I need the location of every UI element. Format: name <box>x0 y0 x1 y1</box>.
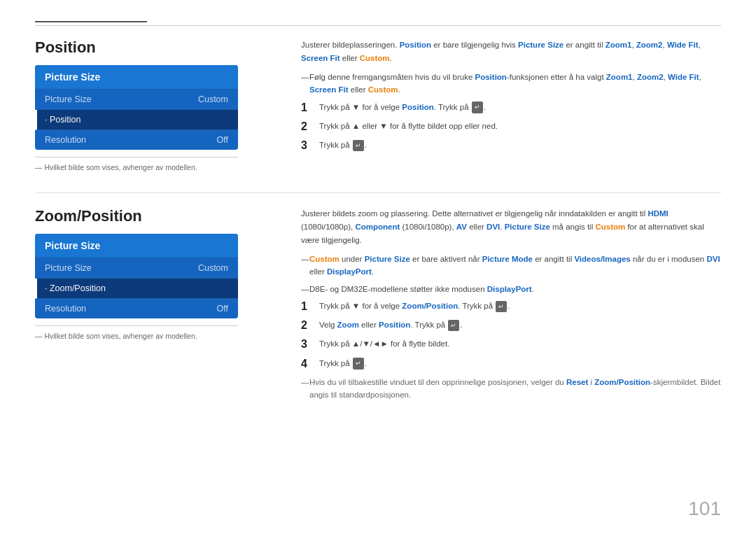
zpn2-displayport: DisplayPort <box>487 285 532 293</box>
pos-desc-screenfit: Screen Fit <box>301 54 340 62</box>
zp-desc-dvi: DVI <box>486 223 500 231</box>
top-rules <box>35 21 721 26</box>
position-step-1: 1 Trykk på ▼ for å velge Position. Trykk… <box>301 101 721 114</box>
zps1-zoompos: Zoom/Position <box>402 302 458 310</box>
zoom-pos-step-3-text: Trykk på ▲/▼/◄► for å flytte bildet. <box>319 337 721 351</box>
ps1-pos: Position <box>402 103 433 111</box>
zpn1-videos: Videos/Images <box>574 255 630 263</box>
pos-note-position: Position <box>475 73 507 81</box>
pos-desc-picturesize: Picture Size <box>518 41 564 49</box>
zoom-pos-step-1: 1 Trykk på ▼ for å velge Zoom/Position. … <box>301 300 721 313</box>
zp-desc-component: Component <box>355 223 400 231</box>
position-menu-header: Picture Size <box>35 65 238 90</box>
position-step-3-num: 3 <box>301 139 314 152</box>
zoom-pos-row-zoom-position-label: · Zoom/Position <box>45 283 106 293</box>
section-separator <box>35 192 721 193</box>
zoom-position-menu-header: Picture Size <box>35 234 238 258</box>
position-row-resolution-label: Resolution <box>45 135 86 145</box>
zoom-pos-step-2: 2 Velg Zoom eller Position. Trykk på ↵. <box>301 318 721 332</box>
zoom-pos-row-picture-size: Picture Size Custom <box>35 258 238 279</box>
pos-desc-widefit: Wide Fit <box>667 41 699 49</box>
position-description: Justerer bildeplasseringen. Position er … <box>301 38 721 65</box>
pos-note-widefit: Wide Fit <box>668 73 699 81</box>
position-step-2-num: 2 <box>301 120 314 133</box>
zp-desc-av: AV <box>456 223 467 231</box>
zoom-pos-row-zoom-position: · Zoom/Position <box>35 279 238 299</box>
zpn1-picturemode: Picture Mode <box>482 255 533 263</box>
zpn1-picturesize: Picture Size <box>365 255 410 263</box>
position-note: Følg denne fremgangsmåten hvis du vil br… <box>301 71 721 97</box>
zoom-pos-row-picture-size-value: Custom <box>198 263 228 273</box>
pos-note-zoom2: Zoom2 <box>637 73 664 81</box>
zpn1-dvi: DVI <box>706 255 720 263</box>
pos-desc-zoom2: Zoom2 <box>636 41 663 49</box>
pos-desc-position: Position <box>400 41 431 49</box>
zps1-icon: ↵ <box>496 301 507 312</box>
position-step-1-text: Trykk på ▼ for å velge Position. Trykk p… <box>319 101 721 114</box>
thick-rule <box>35 21 147 22</box>
page-number: 101 <box>688 498 721 520</box>
zoom-position-final-note: Hvis du vil tilbakestille vinduet til de… <box>301 376 721 402</box>
ps3-icon: ↵ <box>353 140 364 151</box>
pos-desc-zoom1: Zoom1 <box>606 41 632 49</box>
position-title: Position <box>35 38 273 57</box>
zps2-zoom: Zoom <box>337 321 359 329</box>
page-container: Position Picture Size Picture Size Custo… <box>0 0 756 534</box>
zoom-pos-step-1-num: 1 <box>301 300 314 313</box>
zoom-pos-row-resolution-value: Off <box>217 304 228 314</box>
position-row-position-label: · Position <box>45 115 80 125</box>
zoom-pos-step-2-text: Velg Zoom eller Position. Trykk på ↵. <box>319 318 721 332</box>
zps4-icon: ↵ <box>353 358 364 369</box>
zoom-position-steps: 1 Trykk på ▼ for å velge Zoom/Position. … <box>301 300 721 370</box>
pos-desc-custom: Custom <box>360 54 390 62</box>
pos-note-screenfit: Screen Fit <box>309 85 349 94</box>
zp-desc-custom: Custom <box>595 223 625 231</box>
position-row-picture-size: Picture Size Custom <box>35 90 238 110</box>
position-step-2-text: Trykk på ▲ eller ▼ for å flytte bildet o… <box>319 120 721 133</box>
zpfn-zoompos: Zoom/Position <box>594 378 650 386</box>
position-menu-box: Picture Size Picture Size Custom · Posit… <box>35 65 238 150</box>
position-step-1-num: 1 <box>301 101 314 114</box>
zoom-position-note2: D8E- og DM32E-modellene støtter ikke mod… <box>301 283 721 295</box>
position-row-picture-size-value: Custom <box>198 94 228 104</box>
position-row-resolution: Resolution Off <box>35 130 238 150</box>
zoom-pos-step-1-text: Trykk på ▼ for å velge Zoom/Position. Tr… <box>319 300 721 313</box>
zps2-position: Position <box>379 321 410 329</box>
position-left: Position Picture Size Picture Size Custo… <box>35 38 273 171</box>
zoom-position-description: Justerer bildets zoom og plassering. Det… <box>301 207 721 247</box>
position-step-3: 3 Trykk på ↵. <box>301 139 721 152</box>
zoom-pos-step-4-num: 4 <box>301 357 314 370</box>
position-steps: 1 Trykk på ▼ for å velge Position. Trykk… <box>301 101 721 153</box>
zoom-pos-step-3: 3 Trykk på ▲/▼/◄► for å flytte bildet. <box>301 337 721 351</box>
zpfn-reset: Reset <box>566 378 588 386</box>
zoom-pos-row-resolution: Resolution Off <box>35 299 238 318</box>
position-step-3-text: Trykk på ↵. <box>319 139 721 152</box>
zoom-pos-row-picture-size-label: Picture Size <box>45 263 92 273</box>
zp-desc-hdmi: HDMI <box>648 209 668 218</box>
zps2-icon: ↵ <box>448 320 459 331</box>
zoom-position-menu-box: Picture Size Picture Size Custom · Zoom/… <box>35 234 238 318</box>
position-footnote: ― Hvilket bilde som vises, avhenger av m… <box>35 157 238 171</box>
position-right: Justerer bildeplasseringen. Position er … <box>301 38 721 171</box>
zoom-pos-step-4-text: Trykk på ↵. <box>319 357 721 370</box>
position-row-position: · Position <box>35 110 238 130</box>
zpn1-custom: Custom <box>309 255 340 263</box>
thin-rule <box>35 25 721 26</box>
zoom-position-right: Justerer bildets zoom og plassering. Det… <box>301 207 721 406</box>
pos-note-zoom1: Zoom1 <box>606 73 633 81</box>
zpn1-displayport: DisplayPort <box>327 267 372 276</box>
zoom-position-footnote: ― Hvilket bilde som vises, avhenger av m… <box>35 325 238 340</box>
zoom-position-title: Zoom/Position <box>35 207 273 225</box>
zoom-pos-step-2-num: 2 <box>301 318 314 332</box>
zoom-pos-row-resolution-label: Resolution <box>45 304 86 314</box>
zoom-pos-step-3-num: 3 <box>301 337 314 351</box>
zp-desc-picturesize: Picture Size <box>505 223 550 231</box>
ps1-icon: ↵ <box>472 101 483 113</box>
position-section: Position Picture Size Picture Size Custo… <box>35 38 721 171</box>
zoom-position-section: Zoom/Position Picture Size Picture Size … <box>35 207 721 406</box>
pos-note-custom: Custom <box>368 85 398 94</box>
zoom-position-note1: Custom under Picture Size er bare aktive… <box>301 253 721 279</box>
zoom-position-left: Zoom/Position Picture Size Picture Size … <box>35 207 273 406</box>
position-step-2: 2 Trykk på ▲ eller ▼ for å flytte bildet… <box>301 120 721 133</box>
zoom-pos-step-4: 4 Trykk på ↵. <box>301 357 721 370</box>
